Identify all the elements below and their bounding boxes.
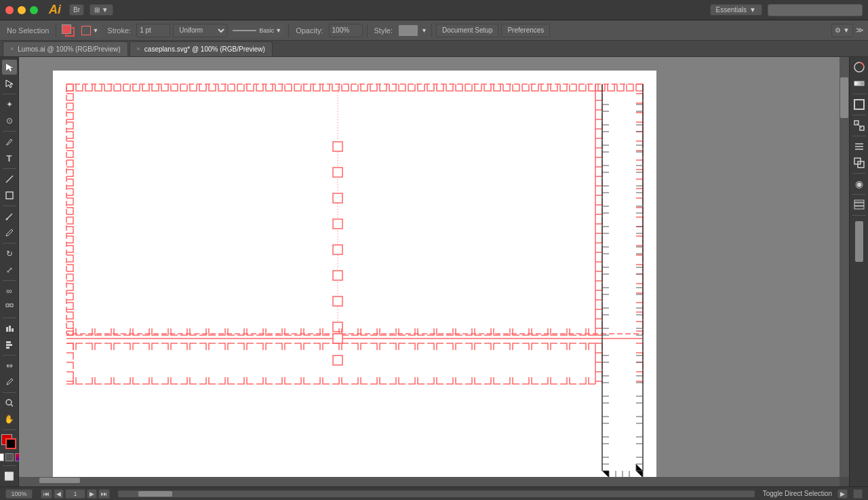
rect-tool[interactable]	[2, 188, 17, 203]
tool-sep-6	[3, 280, 16, 281]
canvas-area[interactable]	[19, 57, 849, 486]
transform-panel-button[interactable]	[852, 118, 867, 133]
right-tab	[602, 84, 643, 484]
tab-close-lumos[interactable]: ×	[10, 45, 14, 52]
pathfinder-panel-button[interactable]	[852, 155, 867, 170]
preferences-button[interactable]: Preferences	[501, 24, 550, 37]
svg-rect-4	[10, 304, 13, 307]
color-indicator[interactable]	[1, 434, 18, 449]
magic-wand-tool[interactable]: ✦	[2, 97, 17, 112]
stroke-dash-selector[interactable]: Basic ▼	[230, 24, 284, 37]
minimize-button[interactable]	[18, 6, 26, 14]
none-color[interactable]	[0, 453, 4, 461]
color-panel-button[interactable]	[852, 60, 867, 75]
blend-tool[interactable]: ∞	[2, 284, 17, 299]
style-arrow: ▼	[421, 27, 427, 34]
stroke-indicator[interactable]	[5, 438, 16, 449]
view-button[interactable]: ⊞ ▼	[90, 4, 113, 16]
status-icon[interactable]	[853, 489, 863, 499]
appearance-panel-button[interactable]: ◉	[852, 176, 867, 191]
close-button[interactable]	[5, 6, 14, 14]
pen-tool[interactable]	[2, 134, 17, 149]
right-panel-sep-2	[852, 115, 866, 115]
document-setup-button[interactable]: Document Setup	[436, 24, 499, 37]
first-page-button[interactable]: ⏮	[41, 489, 52, 499]
bottom-scroll-thumb[interactable]	[138, 491, 172, 497]
page-input[interactable]	[65, 489, 85, 499]
tool-sep-9	[3, 392, 16, 393]
symbol-tool[interactable]	[2, 300, 17, 315]
handle-1[interactable]	[333, 142, 342, 151]
scroll-thumb-vertical[interactable]	[840, 77, 848, 118]
stroke-style-select[interactable]: Uniform	[173, 24, 227, 37]
stroke-type-selector[interactable]: ▼	[79, 24, 102, 37]
gray-color[interactable]	[5, 453, 14, 461]
last-page-button[interactable]: ⏭	[98, 489, 110, 499]
layers-panel-button[interactable]	[852, 197, 867, 212]
divider-3	[367, 24, 368, 37]
stroke-panel-button[interactable]	[852, 97, 867, 112]
search-input[interactable]	[768, 4, 863, 16]
paintbrush-tool[interactable]	[2, 209, 17, 224]
tab-close-caseplans[interactable]: ×	[137, 45, 140, 52]
bar-chart-tool[interactable]	[2, 337, 17, 352]
handle-5[interactable]	[333, 245, 342, 254]
tab-lumos[interactable]: × Lumos.ai @ 100% (RGB/Preview)	[3, 41, 128, 56]
screen-mode-button[interactable]: ⬜	[2, 469, 17, 484]
align-panel-button[interactable]	[852, 139, 867, 154]
traffic-lights	[5, 6, 38, 14]
handle-4[interactable]	[333, 219, 342, 229]
style-picker[interactable]	[398, 24, 418, 37]
panel-toggle[interactable]: ≫	[856, 26, 864, 35]
direct-selection-tool[interactable]	[2, 76, 17, 91]
handle-6[interactable]	[333, 271, 342, 280]
stroke-label: Stroke:	[104, 26, 134, 35]
gradient-panel-button[interactable]	[852, 76, 867, 91]
handle-7[interactable]	[333, 296, 342, 306]
horizontal-scrollbar[interactable]	[19, 477, 840, 486]
zoom-control[interactable]	[5, 489, 35, 499]
essentials-button[interactable]: Essentials ▼	[710, 4, 762, 16]
prev-page-button[interactable]: ◀	[54, 489, 64, 499]
scroll-thumb-horizontal[interactable]	[39, 478, 80, 483]
line-tool[interactable]	[2, 172, 17, 187]
handle-3[interactable]	[333, 193, 342, 203]
bottom-scroll-track[interactable]	[118, 491, 755, 497]
left-toolbar: ✦ ⊙ T ↻ ⤢ ∞	[0, 57, 19, 486]
rotate-tool[interactable]: ↻	[2, 246, 17, 261]
handle-2[interactable]	[333, 168, 342, 177]
stroke-icon	[81, 26, 91, 35]
column-chart-tool[interactable]	[2, 321, 17, 336]
type-tool[interactable]: T	[2, 151, 17, 166]
top-panel[interactable]	[66, 84, 643, 334]
vertical-scrollbar[interactable]	[840, 57, 849, 477]
hand-tool[interactable]: ✋	[2, 412, 17, 427]
next-page-button[interactable]: ▶	[87, 489, 97, 499]
maximize-button[interactable]	[30, 6, 38, 14]
eyedropper-tool[interactable]	[2, 374, 17, 389]
zoom-tool[interactable]	[2, 396, 17, 410]
pencil-tool[interactable]	[2, 225, 17, 240]
svg-line-11	[10, 379, 12, 380]
transform-tool[interactable]: ⇔	[2, 358, 17, 373]
svg-drawing[interactable]	[53, 71, 656, 486]
toggle-button[interactable]: ▶	[837, 489, 848, 499]
top-panel-notches	[66, 84, 643, 335]
lasso-tool[interactable]: ⊙	[2, 113, 17, 128]
selection-tool[interactable]	[2, 60, 17, 75]
stroke-value-input[interactable]	[136, 24, 170, 37]
bridge-button[interactable]: Br	[69, 4, 84, 16]
center-handle[interactable]	[333, 334, 342, 343]
zoom-input[interactable]	[5, 489, 33, 499]
opacity-input[interactable]	[329, 24, 363, 37]
svg-rect-31	[854, 203, 864, 206]
toggle-label: Toggle Direct Selection	[763, 490, 832, 497]
handle-8[interactable]	[333, 322, 342, 332]
bottom-mid-handle[interactable]	[333, 355, 342, 365]
stroke-color-box[interactable]	[65, 27, 75, 37]
right-panel-scroll-thumb[interactable]	[855, 221, 863, 262]
tab-caseplans[interactable]: × caseplans.svg* @ 100% (RGB/Preview)	[130, 41, 273, 56]
bottom-panel[interactable]	[66, 343, 643, 384]
scale-tool[interactable]: ⤢	[2, 263, 17, 277]
arrange-button[interactable]: ⚙ ▼	[831, 24, 853, 37]
